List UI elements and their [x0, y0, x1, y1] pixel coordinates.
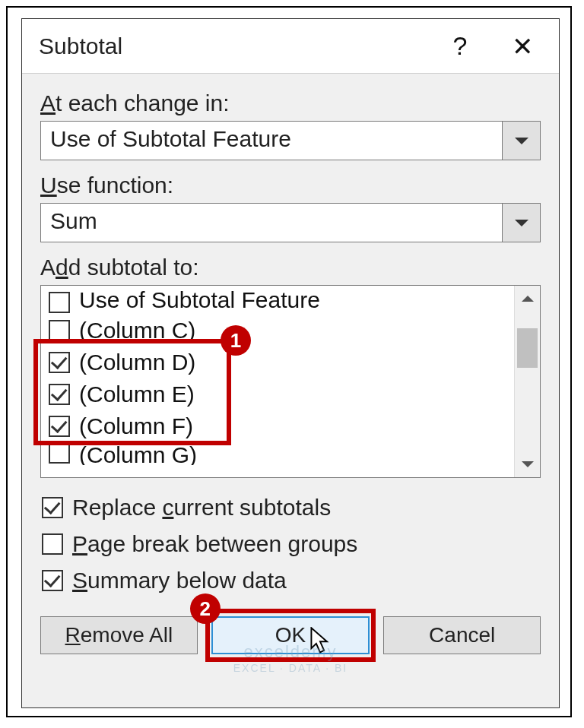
- listbox-viewport: Use of Subtotal Feature (Column C) (Colu…: [41, 286, 514, 477]
- dropdown-arrow[interactable]: [502, 122, 540, 160]
- checkbox[interactable]: [49, 416, 70, 437]
- option-label: Page break between groups: [72, 531, 357, 557]
- dropdown-function-value: Sum: [41, 204, 502, 242]
- scroll-track[interactable]: [515, 312, 540, 451]
- option-replace-subtotals[interactable]: Replace current subtotals: [40, 495, 541, 521]
- arrow-up-icon: [522, 296, 534, 302]
- checkbox[interactable]: [49, 384, 70, 405]
- chevron-down-icon: [515, 138, 528, 144]
- scroll-up-button[interactable]: [515, 286, 540, 312]
- ok-button[interactable]: OK 2: [211, 616, 370, 654]
- list-item-label: (Column E): [79, 381, 195, 407]
- option-label: Replace current subtotals: [72, 495, 331, 521]
- checkbox[interactable]: [42, 570, 63, 591]
- scrollbar[interactable]: [514, 286, 540, 477]
- help-icon: ?: [453, 31, 468, 61]
- label-add-subtotal-to: Add subtotal to:: [40, 255, 541, 280]
- list-item[interactable]: (Column E): [41, 378, 514, 410]
- scroll-thumb[interactable]: [517, 328, 538, 368]
- dropdown-function[interactable]: Sum: [40, 203, 541, 242]
- list-item-label: (Column G): [79, 442, 197, 465]
- checkbox[interactable]: [49, 292, 70, 313]
- add-subtotal-listbox: Use of Subtotal Feature (Column C) (Colu…: [40, 285, 541, 478]
- button-row: Remove All OK 2 Cancel: [40, 616, 541, 654]
- option-label: Summary below data: [72, 568, 287, 593]
- list-item-label: Use of Subtotal Feature: [79, 287, 320, 313]
- screenshot-frame: Subtotal ? ✕ At each change in: Use of S…: [6, 6, 572, 717]
- chevron-down-icon: [515, 220, 528, 226]
- list-item-label: (Column C): [79, 318, 195, 343]
- cancel-button[interactable]: Cancel: [383, 616, 541, 654]
- subtotal-dialog: Subtotal ? ✕ At each change in: Use of S…: [21, 18, 560, 708]
- dialog-title: Subtotal: [39, 33, 437, 59]
- dropdown-change-in[interactable]: Use of Subtotal Feature: [40, 121, 541, 160]
- remove-all-button[interactable]: Remove All: [40, 616, 198, 654]
- option-summary-below[interactable]: Summary below data: [40, 568, 541, 593]
- list-item[interactable]: (Column F): [41, 410, 514, 442]
- cancel-button-label: Cancel: [429, 623, 495, 647]
- checkbox[interactable]: [42, 497, 63, 518]
- arrow-down-icon: [522, 461, 534, 467]
- label-use-function: Use function:: [40, 173, 541, 198]
- scroll-down-button[interactable]: [515, 451, 540, 477]
- list-item[interactable]: (Column C): [41, 315, 514, 347]
- checkbox[interactable]: [42, 533, 63, 555]
- list-item-label: (Column D): [79, 350, 195, 375]
- dropdown-change-in-value: Use of Subtotal Feature: [41, 122, 502, 160]
- help-button[interactable]: ?: [437, 24, 483, 69]
- dropdown-arrow[interactable]: [502, 204, 540, 242]
- list-item[interactable]: Use of Subtotal Feature: [41, 286, 514, 315]
- checkbox[interactable]: [49, 442, 70, 464]
- checkbox[interactable]: [49, 320, 70, 341]
- dialog-content: At each change in: Use of Subtotal Featu…: [22, 74, 559, 666]
- checkbox[interactable]: [49, 352, 70, 373]
- option-page-break[interactable]: Page break between groups: [40, 531, 541, 557]
- cursor-icon: [310, 627, 330, 654]
- ok-button-label: OK: [275, 623, 306, 647]
- close-icon: ✕: [512, 31, 533, 62]
- titlebar: Subtotal ? ✕: [22, 19, 559, 74]
- label-at-each-change: At each change in:: [40, 90, 541, 116]
- list-item-label: (Column F): [79, 413, 193, 439]
- close-button[interactable]: ✕: [500, 24, 545, 69]
- list-item[interactable]: (Column D): [41, 347, 514, 378]
- list-item[interactable]: (Column G): [41, 442, 514, 465]
